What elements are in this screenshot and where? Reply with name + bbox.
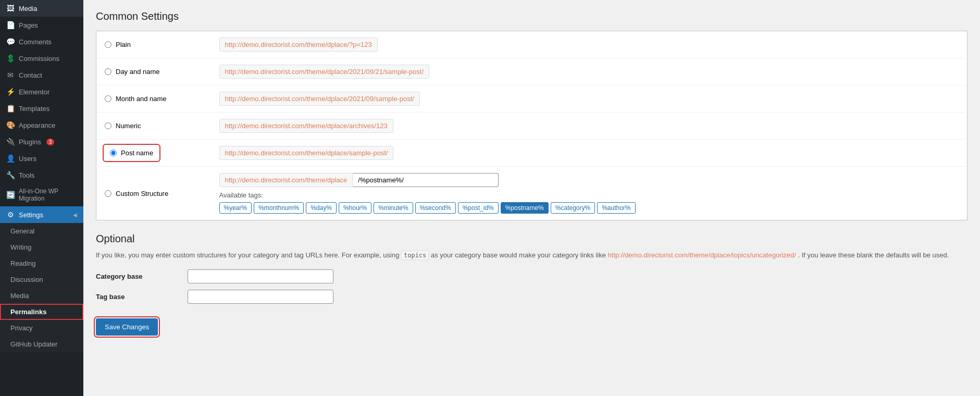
sidebar-item-appearance[interactable]: 🎨 Appearance — [0, 117, 83, 133]
sidebar-item-allinone[interactable]: 🔄 All-in-One WP Migration — [0, 183, 83, 206]
settings-icon: ⚙ — [6, 211, 15, 219]
category-base-label: Category base — [96, 273, 179, 280]
sidebar-item-comments[interactable]: 💬 Comments — [0, 33, 83, 50]
optional-description: If you like, you may enter custom struct… — [96, 250, 967, 261]
table-row: Plain http://demo.directorist.com/theme/… — [96, 31, 967, 58]
submenu-writing-label: Writing — [10, 243, 31, 251]
tag-post-id[interactable]: %post_id% — [458, 202, 499, 214]
custom-structure-row: http://demo.directorist.com/theme/dplace — [219, 173, 959, 187]
allinone-icon: 🔄 — [6, 191, 15, 199]
post-name-radio[interactable] — [110, 150, 117, 156]
submenu-media-label: Media — [10, 292, 29, 300]
tag-base-label: Tag base — [96, 293, 179, 301]
submenu-privacy-label: Privacy — [10, 324, 33, 332]
contact-icon: ✉ — [6, 71, 15, 79]
sidebar-item-label: Appearance — [19, 121, 55, 129]
tag-second[interactable]: %second% — [415, 202, 456, 214]
templates-icon: 📋 — [6, 104, 15, 113]
save-changes-button[interactable]: Save Changes — [96, 318, 158, 336]
table-row: Custom Structure http://demo.directorist… — [96, 167, 967, 220]
sidebar-item-tools[interactable]: 🔧 Tools — [0, 167, 83, 183]
tag-buttons: %year% %monthnum% %day% %hour% %minute% … — [219, 202, 959, 214]
tag-hour[interactable]: %hour% — [339, 202, 371, 214]
table-row: Post name http://demo.directorist.com/th… — [96, 140, 967, 167]
day-name-radio-label[interactable]: Day and name — [105, 68, 203, 76]
submenu-writing[interactable]: Writing — [0, 239, 83, 255]
post-name-label: Post name — [121, 149, 153, 157]
plain-url: http://demo.directorist.com/theme/dplace… — [219, 38, 378, 52]
plugins-badge: 3 — [46, 139, 55, 145]
month-name-radio-label[interactable]: Month and name — [105, 95, 203, 103]
custom-structure-input[interactable] — [353, 173, 499, 187]
custom-structure-radio-label[interactable]: Custom Structure — [105, 190, 203, 197]
submenu-reading[interactable]: Reading — [0, 255, 83, 271]
page-title: Common Settings — [96, 10, 967, 22]
submenu-github-updater[interactable]: GitHub Updater — [0, 336, 83, 352]
appearance-icon: 🎨 — [6, 121, 15, 129]
day-name-url: http://demo.directorist.com/theme/dplace… — [219, 65, 430, 79]
plain-radio-label[interactable]: Plain — [105, 41, 203, 48]
tag-day[interactable]: %day% — [306, 202, 337, 214]
pages-icon: 📄 — [6, 21, 15, 29]
numeric-url: http://demo.directorist.com/theme/dplace… — [219, 119, 393, 133]
common-settings-table: Plain http://demo.directorist.com/theme/… — [96, 31, 967, 220]
tag-base-input[interactable] — [188, 290, 333, 304]
optional-desc-part1: If you like, you may enter custom struct… — [96, 251, 399, 259]
chevron-icon: ◀ — [73, 212, 77, 218]
sidebar-item-plugins[interactable]: 🔌 Plugins 3 — [0, 133, 83, 150]
available-tags-label: Available tags: — [219, 191, 959, 199]
submenu-discussion-label: Discussion — [10, 276, 43, 283]
tag-monthnum[interactable]: %monthnum% — [254, 202, 304, 214]
sidebar-item-label: Comments — [19, 38, 52, 46]
sidebar-item-label: Users — [19, 155, 36, 163]
sidebar-item-commissions[interactable]: 💲 Commissions — [0, 50, 83, 67]
tag-postname[interactable]: %postname% — [501, 202, 549, 214]
month-name-label: Month and name — [116, 95, 167, 103]
post-name-radio-label[interactable]: Post name — [105, 146, 158, 160]
custom-structure-radio[interactable] — [105, 190, 111, 197]
tag-minute[interactable]: %minute% — [374, 202, 413, 214]
plugins-icon: 🔌 — [6, 138, 15, 146]
numeric-radio-label[interactable]: Numeric — [105, 122, 203, 130]
submenu-privacy[interactable]: Privacy — [0, 320, 83, 336]
plain-radio[interactable] — [105, 41, 111, 48]
submenu-discussion[interactable]: Discussion — [0, 271, 83, 288]
tag-year[interactable]: %year% — [219, 202, 252, 214]
category-base-input[interactable] — [188, 269, 333, 283]
submenu-general-label: General — [10, 227, 34, 235]
tag-author[interactable]: %author% — [597, 202, 635, 214]
tag-base-row: Tag base — [96, 290, 967, 304]
sidebar-item-templates[interactable]: 📋 Templates — [0, 100, 83, 117]
optional-section: Optional If you like, you may enter cust… — [96, 233, 967, 336]
sidebar-item-contact[interactable]: ✉ Contact — [0, 67, 83, 83]
submenu-permalinks[interactable]: Permalinks — [0, 304, 83, 320]
table-row: Day and name http://demo.directorist.com… — [96, 58, 967, 85]
post-name-url: http://demo.directorist.com/theme/dplace… — [219, 146, 394, 160]
sidebar-item-users[interactable]: 👤 Users — [0, 150, 83, 167]
sidebar-item-label: Pages — [19, 21, 38, 29]
sidebar-item-label: Elementor — [19, 88, 49, 96]
month-name-radio[interactable] — [105, 95, 111, 102]
day-name-radio[interactable] — [105, 68, 111, 75]
tools-icon: 🔧 — [6, 171, 15, 179]
sidebar-item-elementor[interactable]: ⚡ Elementor — [0, 83, 83, 100]
sidebar-item-settings[interactable]: ⚙ Settings ◀ — [0, 206, 83, 223]
tag-category[interactable]: %category% — [551, 202, 595, 214]
submenu-media[interactable]: Media — [0, 288, 83, 304]
numeric-label: Numeric — [116, 122, 141, 130]
sidebar: 🖼 Media 📄 Pages 💬 Comments 💲 Commissions… — [0, 0, 83, 396]
commissions-icon: 💲 — [6, 54, 15, 63]
submenu-general[interactable]: General — [0, 223, 83, 239]
topics-code: topics — [401, 251, 429, 260]
table-row: Month and name http://demo.directorist.c… — [96, 85, 967, 113]
sidebar-item-label: Commissions — [19, 55, 59, 63]
settings-submenu: General Writing Reading Discussion Media… — [0, 223, 83, 352]
sidebar-item-pages[interactable]: 📄 Pages — [0, 17, 83, 33]
sidebar-item-label: Contact — [19, 71, 42, 79]
sidebar-item-label: Tools — [19, 171, 34, 179]
optional-url-example: http://demo.directorist.com/theme/dplace… — [608, 251, 796, 259]
comments-icon: 💬 — [6, 38, 15, 46]
sidebar-item-media[interactable]: 🖼 Media — [0, 0, 83, 17]
day-name-label: Day and name — [116, 68, 160, 76]
numeric-radio[interactable] — [105, 122, 111, 129]
